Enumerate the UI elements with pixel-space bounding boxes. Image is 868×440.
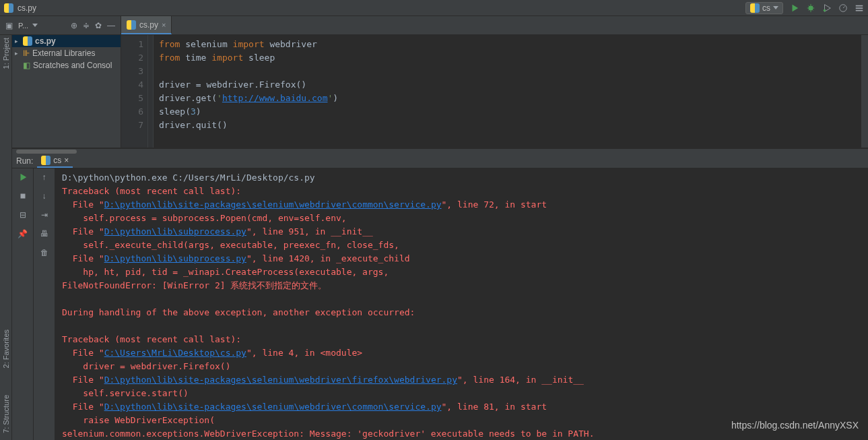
chevron-down-icon (773, 6, 778, 9)
tree-label: External Libraries (32, 49, 95, 58)
code-area[interactable]: from selenium import webdriverfrom time … (154, 35, 861, 148)
print-icon[interactable]: 🖶 (40, 229, 49, 239)
run-config-name: cs (762, 3, 770, 13)
tree-hscroll[interactable] (12, 148, 868, 154)
tree-expand-icon[interactable]: ▸ (15, 38, 20, 44)
debug-icon[interactable] (806, 3, 815, 13)
run-tab[interactable]: cs × (37, 154, 73, 168)
rerun-icon[interactable] (18, 172, 28, 182)
close-icon[interactable]: × (64, 156, 69, 165)
tree-label: Scratches and Consol (33, 61, 112, 70)
project-view-icon[interactable]: ▣ (5, 21, 13, 30)
project-panel-label: P... (18, 22, 28, 30)
watermark: https://blog.csdn.net/AnnyXSX (731, 420, 859, 431)
up-icon[interactable]: ↑ (40, 172, 49, 182)
more-icon[interactable] (855, 3, 864, 13)
svg-point-1 (824, 9, 826, 11)
line-gutter: 1234567 (121, 35, 148, 148)
pin-icon[interactable]: 📌 (18, 229, 28, 239)
wrap-icon[interactable]: ⇥ (40, 210, 49, 220)
delete-icon[interactable]: 🗑 (40, 248, 49, 257)
run-panel-title: Run: (16, 156, 33, 166)
tab-label: cs.py (139, 20, 158, 30)
library-icon: ⊪ (23, 49, 30, 58)
python-file-icon (4, 3, 13, 13)
sidebar-tab-structure[interactable]: 7: Structure (2, 395, 10, 433)
close-icon[interactable]: × (162, 21, 166, 29)
python-icon (41, 156, 51, 165)
down-icon[interactable]: ↓ (40, 191, 49, 201)
run-tab-label: cs (53, 156, 61, 165)
locate-icon[interactable]: ⊕ (71, 21, 77, 30)
tree-item-scratches[interactable]: ◧ Scratches and Consol (12, 59, 121, 71)
python-file-icon (127, 20, 136, 30)
tree-label: cs.py (35, 36, 56, 46)
tree-expand-icon[interactable]: ▸ (15, 50, 20, 57)
collapse-icon[interactable]: ≑ (83, 21, 90, 30)
layout-icon[interactable]: ⊟ (18, 210, 28, 220)
chevron-down-icon[interactable] (32, 24, 38, 27)
python-icon (750, 3, 760, 13)
run-config-selector[interactable]: cs (745, 2, 783, 14)
sidebar-tab-project[interactable]: 1: Project (2, 38, 10, 69)
fold-gutter (148, 35, 154, 148)
tree-item-libs[interactable]: ▸ ⊪ External Libraries (12, 47, 121, 59)
stop-icon[interactable] (18, 191, 28, 201)
editor-scrollbar[interactable] (861, 35, 868, 148)
python-file-icon (23, 36, 32, 46)
coverage-icon[interactable] (822, 3, 832, 13)
editor-tab[interactable]: cs.py × (121, 16, 172, 34)
tree-item-file[interactable]: ▸ cs.py (12, 35, 121, 47)
svg-rect-3 (20, 194, 25, 199)
project-tree[interactable]: ▸ cs.py ▸ ⊪ External Libraries ◧ Scratch… (12, 35, 121, 148)
run-icon[interactable] (790, 3, 799, 13)
hide-icon[interactable]: — (107, 21, 115, 30)
breadcrumb-filename: cs.py (18, 3, 36, 13)
profile-icon[interactable] (838, 3, 848, 13)
sidebar-tab-favorites[interactable]: 2: Favorites (2, 329, 10, 368)
scratch-icon: ◧ (23, 61, 30, 70)
code-editor[interactable]: 1234567 from selenium import webdriverfr… (121, 35, 868, 148)
gear-icon[interactable]: ✿ (95, 21, 102, 30)
console-output[interactable]: D:\python\python.exe C:/Users/MrLi/Deskt… (55, 168, 868, 440)
